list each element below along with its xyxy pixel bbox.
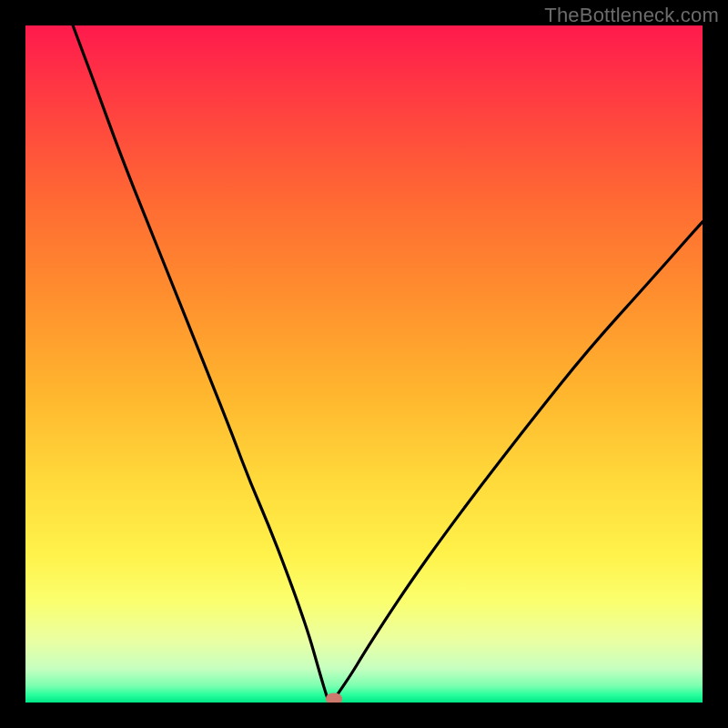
watermark-text: TheBottleneck.com [544,4,719,27]
plot-area [25,25,703,703]
bottleneck-curve [73,25,703,702]
curve-layer [25,25,703,703]
min-marker [326,693,342,703]
chart-frame: TheBottleneck.com [0,0,728,728]
